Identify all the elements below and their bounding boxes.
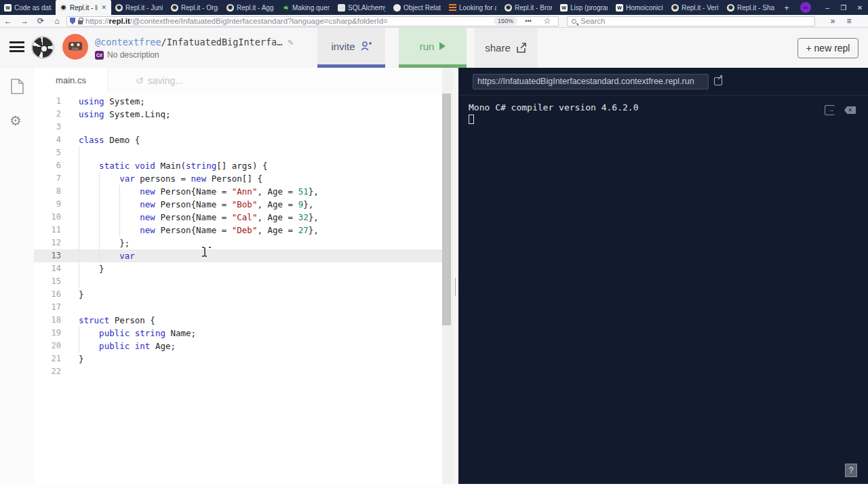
code-line[interactable]: 20 public int Age; xyxy=(34,340,442,352)
line-number: 10 xyxy=(34,211,61,224)
browser-tab[interactable]: WCode as data xyxy=(0,0,56,15)
code-line[interactable]: 1using System; xyxy=(34,95,442,108)
line-text: } xyxy=(61,262,104,275)
browser-tab[interactable]: Looking for a xyxy=(445,0,500,15)
code-line[interactable]: 5 xyxy=(34,146,442,159)
code-line[interactable]: 8 new Person{Name = "Ann", Age = 51}, xyxy=(34,185,442,198)
new-tab-button[interactable]: + xyxy=(778,0,795,15)
invite-button[interactable]: invite xyxy=(317,28,385,68)
repl-name[interactable]: /InfatuatedBigInterfa… xyxy=(161,37,283,47)
reload-icon[interactable]: ⟳ xyxy=(33,16,49,26)
repl-avatar[interactable] xyxy=(62,34,88,60)
popout-terminal-icon[interactable] xyxy=(825,105,835,115)
panel-split-divider[interactable] xyxy=(453,68,458,484)
code-line[interactable]: 4class Demo { xyxy=(34,134,442,146)
console-actions: ✕ xyxy=(825,105,856,115)
browser-tab[interactable]: ◉Repl.it - Verifi xyxy=(667,0,723,15)
clear-console-icon[interactable]: ✕ xyxy=(844,106,856,114)
replit-favicon: ◉ xyxy=(60,4,67,12)
code-line[interactable]: 6 static void Main(string[] args) { xyxy=(34,159,442,172)
open-external-icon[interactable] xyxy=(714,77,722,85)
code-line[interactable]: 22 xyxy=(34,365,442,378)
file-tab-main-cs[interactable]: main.cs xyxy=(34,68,108,93)
code-line[interactable]: 3 xyxy=(34,121,442,134)
csharp-language-icon: C# xyxy=(95,51,104,60)
minimize-button[interactable]: – xyxy=(819,0,835,15)
tracking-shield-icon[interactable] xyxy=(70,18,75,24)
maximize-button[interactable]: ❒ xyxy=(835,0,852,15)
close-button[interactable]: ✕ xyxy=(852,0,868,15)
editor-scrollbar-thumb[interactable] xyxy=(442,94,451,325)
code-line[interactable]: 7 var persons = new Person[] { xyxy=(34,172,442,185)
line-number: 6 xyxy=(34,159,61,172)
browser-tab[interactable]: ◉Repl.it - Bronz xyxy=(500,0,556,15)
replit-favicon: ◉ xyxy=(727,4,734,12)
terminal-cursor xyxy=(469,115,474,124)
invite-person-icon xyxy=(361,41,372,51)
browser-tab[interactable]: ◉Repl.it - Aggre xyxy=(222,0,278,15)
address-bar[interactable]: https://repl.it/@contextfree/InfatuatedB… xyxy=(66,16,559,26)
repl-description[interactable]: No description xyxy=(107,50,159,60)
code-area[interactable]: 1using System;2using System.Linq;34class… xyxy=(34,93,442,378)
browser-tab[interactable]: Object Relatio xyxy=(389,0,445,15)
code-line[interactable]: 16} xyxy=(34,288,442,301)
home-icon[interactable]: ⌂ xyxy=(49,16,65,26)
browser-profile-avatar[interactable]: ∞ xyxy=(800,2,811,13)
line-number: 8 xyxy=(34,185,61,198)
browser-tab[interactable]: WHomoiconicity xyxy=(612,0,667,15)
padlock-icon[interactable] xyxy=(78,20,83,24)
overflow-icon[interactable]: » xyxy=(825,16,841,26)
code-line[interactable]: 21} xyxy=(34,352,442,365)
browser-tab[interactable]: djMaking querie xyxy=(278,0,334,15)
back-icon[interactable]: ← xyxy=(0,16,16,26)
browser-tab[interactable]: ◉Repl.it - Junior xyxy=(111,0,167,15)
tab-close-icon[interactable]: ✕ xyxy=(100,4,107,11)
share-icon xyxy=(516,43,527,53)
line-text xyxy=(61,146,79,159)
edit-title-icon[interactable]: ✎ xyxy=(288,37,293,47)
hamburger-menu-icon[interactable] xyxy=(9,41,24,52)
browser-tab[interactable]: WLisp (program xyxy=(556,0,612,15)
menu-icon[interactable]: ≡ xyxy=(841,16,857,26)
split-drag-handle[interactable] xyxy=(455,278,456,296)
line-number: 14 xyxy=(34,262,61,275)
new-repl-button[interactable]: + new repl xyxy=(797,38,859,58)
code-line[interactable]: 14 } xyxy=(34,262,442,275)
zoom-level-badge[interactable]: 150% xyxy=(494,17,517,25)
help-button[interactable]: ? xyxy=(845,464,857,477)
forward-icon[interactable]: → xyxy=(16,16,33,26)
line-number: 7 xyxy=(34,172,61,185)
code-line[interactable]: 17 xyxy=(34,301,442,314)
tab-title: Object Relatio xyxy=(403,4,441,12)
browser-tab[interactable]: ◉Repl.it - Organ xyxy=(167,0,222,15)
share-button[interactable]: share xyxy=(475,28,537,68)
bookmark-star-icon[interactable]: ☆ xyxy=(539,16,555,26)
settings-gear-icon[interactable]: ⚙ xyxy=(9,113,22,129)
code-line[interactable]: 10 new Person{Name = "Cal", Age = 32}, xyxy=(34,211,442,224)
line-text: struct Person { xyxy=(61,314,155,327)
console-output[interactable]: Mono C# compiler version 4.6.2.0 xyxy=(458,96,868,131)
files-icon[interactable] xyxy=(11,79,24,94)
line-number: 4 xyxy=(34,134,61,146)
search-input[interactable]: Search xyxy=(567,16,815,26)
code-line[interactable]: 18struct Person { xyxy=(34,314,442,327)
repl-title[interactable]: @contextfree/InfatuatedBigInterfa…✎ xyxy=(95,37,294,47)
code-line[interactable]: 11 new Person{Name = "Deb", Age = 27}, xyxy=(34,224,442,237)
repl-run-url[interactable]: https://InfatuatedBigInterfacestandard.c… xyxy=(473,74,709,89)
code-line[interactable]: 9 new Person{Name = "Bob", Age = 9}, xyxy=(34,198,442,211)
repl-owner[interactable]: @contextfree xyxy=(95,37,161,47)
side-rail xyxy=(0,68,34,484)
page-actions-icon[interactable]: ••• xyxy=(520,18,536,24)
code-line[interactable]: 19 public string Name; xyxy=(34,327,442,340)
code-line[interactable]: 13 var xyxy=(34,249,442,262)
browser-tab[interactable]: ◉Repl.it - Sharp xyxy=(723,0,778,15)
code-line[interactable]: 15 xyxy=(34,275,442,288)
run-button[interactable]: run xyxy=(399,28,467,68)
code-line[interactable]: 2using System.Linq; xyxy=(34,108,442,121)
browser-tab[interactable]: ◉Repl.it - Infa✕ xyxy=(56,0,111,15)
replit-favicon: ◉ xyxy=(671,4,679,12)
browser-tab[interactable]: SQLAlchemy - xyxy=(334,0,389,15)
code-line[interactable]: 12 }; xyxy=(34,237,442,249)
replit-logo-icon[interactable] xyxy=(31,36,54,59)
url-text[interactable]: https://repl.it/@contextfree/InfatuatedB… xyxy=(85,17,491,25)
